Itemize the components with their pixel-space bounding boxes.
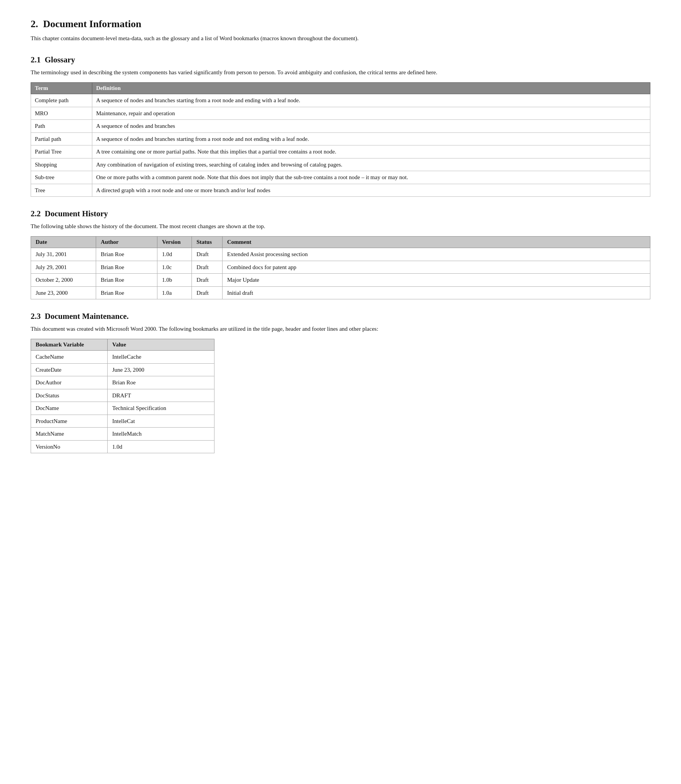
- history-table-row: July 29, 2001Brian Roe1.0cDraftCombined …: [31, 261, 650, 274]
- history-comment-cell: Extended Assist processing section: [223, 248, 650, 261]
- glossary-table-row: Partial pathA sequence of nodes and bran…: [31, 132, 650, 145]
- bookmark-table-row: DocAuthorBrian Roe: [31, 376, 214, 389]
- glossary-col-definition: Definition: [92, 83, 650, 94]
- history-comment-cell: Initial draft: [223, 286, 650, 299]
- bookmark-value-cell: 1.0d: [108, 440, 214, 453]
- history-section: 2.2 Document History The following table…: [31, 209, 650, 299]
- bookmark-col-variable: Bookmark Variable: [31, 339, 108, 351]
- glossary-term-cell: Sub-tree: [31, 171, 92, 184]
- history-author-cell: Brian Roe: [96, 274, 157, 287]
- history-version-cell: 1.0b: [157, 274, 192, 287]
- maintenance-section-number: 2.3: [31, 312, 41, 321]
- bookmark-variable-cell: DocAuthor: [31, 376, 108, 389]
- glossary-term-cell: Partial Tree: [31, 145, 92, 158]
- history-date-cell: July 29, 2001: [31, 261, 96, 274]
- bookmark-value-cell: IntelleCat: [108, 415, 214, 428]
- chapter-number: 2.: [31, 18, 38, 29]
- maintenance-intro: This document was created with Microsoft…: [31, 324, 650, 333]
- history-intro: The following table shows the history of…: [31, 222, 650, 231]
- chapter-title: 2. Document Information: [31, 18, 650, 30]
- history-author-cell: Brian Roe: [96, 286, 157, 299]
- glossary-term-cell: Tree: [31, 184, 92, 197]
- glossary-heading: 2.1 Glossary: [31, 55, 650, 65]
- maintenance-section: 2.3 Document Maintenance. This document …: [31, 312, 650, 453]
- chapter-intro: This chapter contains document-level met…: [31, 34, 650, 43]
- glossary-term-cell: Shopping: [31, 158, 92, 171]
- glossary-table-row: PathA sequence of nodes and branches: [31, 120, 650, 133]
- glossary-section-number: 2.1: [31, 55, 41, 64]
- history-status-cell: Draft: [192, 286, 223, 299]
- bookmark-table: Bookmark Variable Value CacheNameIntelle…: [31, 339, 214, 453]
- history-heading: 2.2 Document History: [31, 209, 650, 219]
- history-col-comment: Comment: [223, 237, 650, 248]
- history-col-status: Status: [192, 237, 223, 248]
- bookmark-variable-cell: MatchName: [31, 428, 108, 441]
- history-section-title: Document History: [45, 209, 108, 218]
- history-status-cell: Draft: [192, 274, 223, 287]
- bookmark-variable-cell: DocName: [31, 402, 108, 415]
- history-version-cell: 1.0c: [157, 261, 192, 274]
- glossary-definition-cell: A directed graph with a root node and on…: [92, 184, 650, 197]
- glossary-term-cell: Complete path: [31, 94, 92, 107]
- history-status-cell: Draft: [192, 248, 223, 261]
- history-table-row: June 23, 2000Brian Roe1.0aDraftInitial d…: [31, 286, 650, 299]
- bookmark-value-cell: IntelleMatch: [108, 428, 214, 441]
- glossary-col-term: Term: [31, 83, 92, 94]
- glossary-intro: The terminology used in describing the s…: [31, 68, 650, 77]
- glossary-term-cell: Partial path: [31, 132, 92, 145]
- bookmark-value-cell: June 23, 2000: [108, 363, 214, 376]
- glossary-definition-cell: A sequence of nodes and branches startin…: [92, 94, 650, 107]
- glossary-definition-cell: Any combination of navigation of existin…: [92, 158, 650, 171]
- glossary-definition-cell: A sequence of nodes and branches startin…: [92, 132, 650, 145]
- glossary-term-cell: MRO: [31, 107, 92, 120]
- history-comment-cell: Major Update: [223, 274, 650, 287]
- history-table: Date Author Version Status Comment July …: [31, 236, 650, 299]
- bookmark-table-row: CacheNameIntelleCache: [31, 351, 214, 364]
- glossary-definition-cell: Maintenance, repair and operation: [92, 107, 650, 120]
- history-date-cell: October 2, 2000: [31, 274, 96, 287]
- history-version-cell: 1.0a: [157, 286, 192, 299]
- glossary-definition-cell: A tree containing one or more partial pa…: [92, 145, 650, 158]
- history-comment-cell: Combined docs for patent app: [223, 261, 650, 274]
- glossary-section-title: Glossary: [45, 55, 75, 64]
- history-header-row: Date Author Version Status Comment: [31, 237, 650, 248]
- glossary-table-row: TreeA directed graph with a root node an…: [31, 184, 650, 197]
- bookmark-variable-cell: DocStatus: [31, 389, 108, 402]
- bookmark-table-row: ProductNameIntelleCat: [31, 415, 214, 428]
- maintenance-heading: 2.3 Document Maintenance.: [31, 312, 650, 321]
- chapter-title-text: Document Information: [43, 18, 141, 29]
- bookmark-value-cell: Technical Specification: [108, 402, 214, 415]
- glossary-table: Term Definition Complete pathA sequence …: [31, 82, 650, 197]
- bookmark-table-row: DocNameTechnical Specification: [31, 402, 214, 415]
- history-author-cell: Brian Roe: [96, 248, 157, 261]
- glossary-table-row: Sub-treeOne or more paths with a common …: [31, 171, 650, 184]
- bookmark-value-cell: DRAFT: [108, 389, 214, 402]
- bookmark-variable-cell: CacheName: [31, 351, 108, 364]
- bookmark-variable-cell: ProductName: [31, 415, 108, 428]
- history-col-version: Version: [157, 237, 192, 248]
- history-date-cell: June 23, 2000: [31, 286, 96, 299]
- history-table-row: July 31, 2001Brian Roe1.0dDraftExtended …: [31, 248, 650, 261]
- glossary-definition-cell: A sequence of nodes and branches: [92, 120, 650, 133]
- history-section-number: 2.2: [31, 209, 41, 218]
- history-author-cell: Brian Roe: [96, 261, 157, 274]
- history-version-cell: 1.0d: [157, 248, 192, 261]
- history-status-cell: Draft: [192, 261, 223, 274]
- glossary-table-row: ShoppingAny combination of navigation of…: [31, 158, 650, 171]
- history-date-cell: July 31, 2001: [31, 248, 96, 261]
- bookmark-table-row: VersionNo1.0d: [31, 440, 214, 453]
- glossary-table-row: MROMaintenance, repair and operation: [31, 107, 650, 120]
- history-table-row: October 2, 2000Brian Roe1.0bDraftMajor U…: [31, 274, 650, 287]
- glossary-table-header-row: Term Definition: [31, 83, 650, 94]
- glossary-definition-cell: One or more paths with a common parent n…: [92, 171, 650, 184]
- bookmark-table-row: MatchNameIntelleMatch: [31, 428, 214, 441]
- bookmark-value-cell: IntelleCache: [108, 351, 214, 364]
- glossary-section: 2.1 Glossary The terminology used in des…: [31, 55, 650, 197]
- bookmark-col-value: Value: [108, 339, 214, 351]
- bookmark-variable-cell: CreateDate: [31, 363, 108, 376]
- bookmark-variable-cell: VersionNo: [31, 440, 108, 453]
- glossary-term-cell: Path: [31, 120, 92, 133]
- chapter-heading: 2. Document Information This chapter con…: [31, 18, 650, 43]
- glossary-table-row: Partial TreeA tree containing one or mor…: [31, 145, 650, 158]
- bookmark-header-row: Bookmark Variable Value: [31, 339, 214, 351]
